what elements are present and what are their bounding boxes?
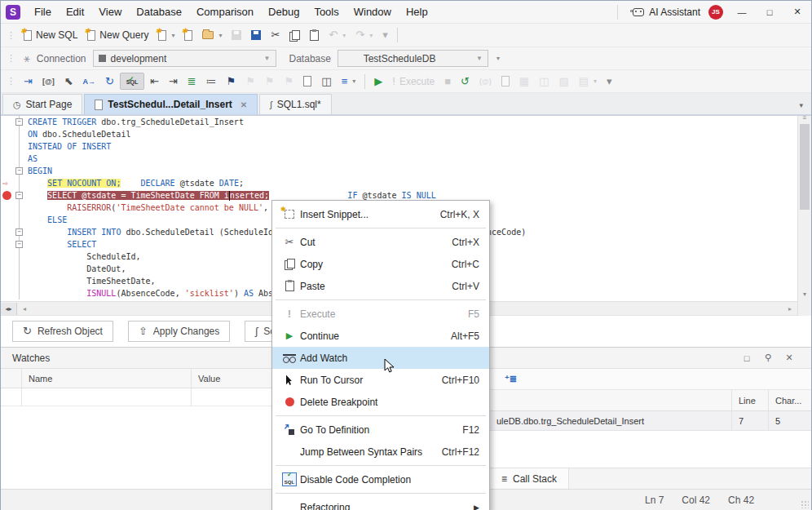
new-query-button[interactable]: ✱New Query: [83, 28, 152, 42]
collapse-box-icon[interactable]: −: [15, 167, 23, 175]
vertical-scrollbar[interactable]: ≡ ▾: [797, 116, 811, 316]
query-options-button[interactable]: ≡▾: [338, 74, 360, 89]
pivot-table-button[interactable]: ▤▾: [575, 74, 601, 89]
menubar-item-view[interactable]: View: [91, 1, 129, 24]
apply-changes-button[interactable]: ⇧Apply Changes: [128, 321, 230, 342]
editor-margin[interactable]: [1, 214, 14, 226]
call-stack-row[interactable]: uleDB.dbo.trg_ScheduleDetail_Insert 7 5: [490, 411, 811, 431]
refresh-code-completion-button[interactable]: ↻: [101, 74, 118, 89]
indent-button[interactable]: ⇥: [165, 74, 182, 89]
watches-column-name[interactable]: Name: [22, 369, 192, 388]
redo-button[interactable]: ↷▾: [351, 28, 377, 42]
step-into-button[interactable]: ⇥: [20, 74, 37, 89]
menubar-item-comparison[interactable]: Comparison: [189, 1, 261, 24]
rename-button[interactable]: ⬉: [60, 74, 77, 89]
execute-button[interactable]: !Execute: [388, 74, 439, 89]
toggle-bookmark-button[interactable]: ⚑: [223, 74, 241, 89]
tab-trigger-editor[interactable]: TestSchedul...Detail_Insert✕: [84, 94, 258, 114]
breakpoint-icon[interactable]: [2, 191, 11, 200]
menu-insert-snippet[interactable]: Insert Snippet...Ctrl+K, X: [272, 203, 489, 225]
ai-assistant-button[interactable]: AI Assistant: [624, 1, 708, 24]
toolbar-grip[interactable]: ⋮: [2, 53, 19, 64]
toolbar-overflow-dropdown[interactable]: ▾: [378, 28, 392, 42]
clear-bookmarks-button[interactable]: ⚑: [280, 74, 298, 89]
new-document-button[interactable]: ✱▾: [154, 29, 179, 42]
menu-refactoring[interactable]: Refactoring▶: [272, 496, 489, 510]
tab-close-icon[interactable]: ✕: [241, 100, 247, 109]
tab-list-dropdown-icon[interactable]: ▾: [799, 101, 811, 114]
user-avatar-badge[interactable]: JS: [708, 5, 723, 20]
editor-margin[interactable]: [1, 202, 14, 214]
editor-margin[interactable]: [1, 153, 14, 165]
menu-continue[interactable]: ▶ContinueAlt+F5: [272, 325, 489, 347]
scroll-right-icon[interactable]: ▸: [783, 305, 797, 313]
editor-margin[interactable]: [1, 287, 14, 299]
menu-execute[interactable]: !ExecuteF5: [272, 303, 489, 325]
open-file-button[interactable]: ▾: [198, 29, 226, 41]
toolbar-options-dropdown[interactable]: ▾: [602, 74, 616, 89]
toolbar-grip[interactable]: ⋮: [2, 76, 19, 86]
editor-margin[interactable]: [1, 251, 14, 263]
menubar-item-tools[interactable]: Tools: [307, 1, 346, 24]
save-button[interactable]: [227, 29, 245, 42]
minimize-button[interactable]: —: [728, 1, 756, 24]
collapse-box-icon[interactable]: −: [15, 192, 23, 199]
scroll-down-icon[interactable]: ▾: [798, 290, 811, 298]
query-history-button[interactable]: ↺: [457, 74, 474, 89]
resize-grip[interactable]: [801, 500, 809, 508]
insert-snippet-toolbar-button[interactable]: [@]: [38, 74, 59, 89]
collapse-box-icon[interactable]: −: [15, 118, 23, 126]
menubar-item-window[interactable]: Window: [346, 1, 399, 24]
scroll-left-icon[interactable]: ◂: [17, 305, 32, 313]
close-button[interactable]: ✕: [783, 1, 811, 24]
new-file-button[interactable]: ✱: [180, 29, 196, 42]
menu-go-to-definition[interactable]: Go To DefinitionF12: [272, 419, 489, 441]
menu-paste[interactable]: PasteCtrl+V: [272, 275, 489, 297]
undo-button[interactable]: ↶▾: [324, 28, 350, 42]
maximize-button[interactable]: □: [756, 1, 783, 24]
chart-button[interactable]: ▨: [554, 74, 572, 89]
menu-jump-syntax-pairs[interactable]: Jump Between Syntax PairsCtrl+F12: [272, 441, 489, 463]
format-document-button[interactable]: ≣: [183, 74, 201, 89]
outdent-button[interactable]: ⇤: [146, 74, 163, 89]
editor-margin[interactable]: [1, 165, 14, 177]
save-all-button[interactable]: [247, 29, 265, 42]
vertical-scrollbar-thumb[interactable]: [800, 124, 810, 210]
comment-lines-button[interactable]: ≔: [202, 74, 221, 89]
refresh-object-button[interactable]: ↻Refresh Object: [12, 321, 113, 342]
editor-margin[interactable]: ⇨: [1, 177, 14, 189]
capitalization-button[interactable]: A→: [79, 74, 100, 89]
tab-start-page[interactable]: ◷Start Page: [2, 94, 82, 114]
panel-close-icon[interactable]: ✕: [779, 353, 800, 363]
editor-margin[interactable]: [1, 128, 14, 140]
editor-margin[interactable]: [1, 238, 14, 251]
copy-button[interactable]: [285, 29, 304, 42]
export-script-button[interactable]: [497, 74, 514, 88]
collapse-box-icon[interactable]: −: [15, 241, 23, 248]
document-outline-button[interactable]: [299, 74, 316, 88]
menu-disable-code-completion[interactable]: SQLDisable Code Completion: [272, 468, 489, 490]
editor-margin[interactable]: [1, 263, 14, 275]
menubar-item-debug[interactable]: Debug: [261, 1, 307, 24]
menu-cut[interactable]: ✂CutCtrl+X: [272, 231, 489, 253]
new-sql-button[interactable]: ✱New SQL: [20, 28, 82, 42]
toolbar-grip[interactable]: ⋮: [2, 30, 19, 41]
editor-margin[interactable]: [1, 226, 14, 238]
next-bookmark-button[interactable]: ⚑: [261, 74, 279, 89]
paste-button[interactable]: [306, 29, 323, 42]
database-select[interactable]: TestScheduleDB ▼: [338, 50, 488, 67]
code-completion-toggle-button[interactable]: SQL: [120, 73, 144, 90]
call-stack-column-frame[interactable]: [490, 390, 731, 410]
pane-splitter-icon[interactable]: ◂▸: [1, 303, 17, 316]
layout-button[interactable]: ◫: [535, 74, 553, 89]
menu-copy[interactable]: CopyCtrl+C: [272, 253, 489, 275]
connection-bar-overflow-icon[interactable]: ▾: [496, 55, 500, 62]
editor-margin[interactable]: [1, 116, 14, 128]
menubar-item-database[interactable]: Database: [129, 1, 189, 24]
email-results-button[interactable]: (@): [475, 74, 496, 89]
debug-continue-toolbar-button[interactable]: ▶: [370, 74, 386, 89]
tab-sql1[interactable]: ʃSQL1.sql*: [259, 94, 331, 114]
splitter-grip-icon[interactable]: ≡: [798, 114, 811, 122]
menubar-item-file[interactable]: File: [27, 1, 59, 24]
menubar-item-help[interactable]: Help: [399, 1, 435, 24]
